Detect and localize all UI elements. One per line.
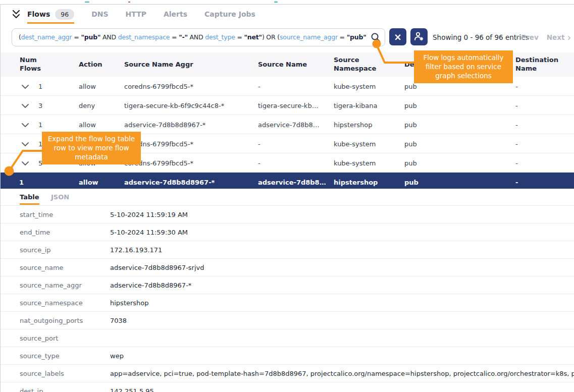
chevron-down-icon[interactable] — [22, 83, 30, 89]
cell-destination-name: - — [515, 121, 518, 128]
chevron-down-icon[interactable] — [22, 141, 30, 147]
field-key: source_namespace — [20, 299, 83, 307]
detail-field-row: start_time5-10-2024 11:59:19 AM — [1, 205, 574, 223]
cell-source-namespace: kube-system — [334, 159, 376, 166]
cell-source-namespace: kube-system — [334, 140, 376, 147]
column-header-source-name-aggr[interactable]: Source Name Aggr — [124, 61, 235, 69]
chevron-left-icon: ‹ — [515, 33, 519, 42]
user-settings-button[interactable] — [410, 28, 428, 45]
next-button[interactable]: Next › — [547, 33, 571, 42]
cell-action: allow — [79, 121, 96, 128]
field-key: source_name_aggr — [20, 282, 82, 289]
cropped-content-speck — [128, 2, 130, 3]
query-op: AND — [367, 33, 368, 41]
cell-source-namespace: kube-system — [334, 82, 376, 90]
tab-alerts[interactable]: Alerts — [164, 5, 187, 24]
cell-destination-name: - — [515, 101, 518, 109]
chevron-down-icon[interactable] — [22, 122, 30, 128]
query-op: = — [338, 33, 347, 41]
cell-source-namespace: tigera-kibana — [334, 101, 378, 109]
cell-source-namespace: hipstershop — [334, 121, 373, 128]
filter-query-input[interactable]: (dest_name_aggr = "pub" AND dest_namespa… — [12, 28, 385, 46]
field-key: source_labels — [20, 370, 64, 377]
column-header-action[interactable]: Action — [79, 61, 124, 69]
tab-dns[interactable]: DNS — [91, 5, 108, 24]
detail-field-row: nat_outgoing_ports7038 — [1, 311, 574, 329]
detail-field-row: source_port — [1, 329, 574, 347]
user-gear-icon — [413, 31, 425, 43]
tab-http[interactable]: HTTP — [126, 5, 146, 24]
field-value: adservice-7d8b8d8967-srjvd — [110, 264, 574, 271]
cell-num-flows: 3 — [38, 101, 42, 109]
detail-fields: start_time5-10-2024 11:59:19 AMend_time5… — [1, 205, 574, 392]
field-key: nat_outgoing_ports — [20, 317, 83, 324]
tab-label: DNS — [91, 10, 108, 18]
column-header-source-name[interactable]: Source Name — [258, 61, 329, 69]
cell-destination-name: - — [515, 140, 518, 147]
detail-tabs: TableJSON — [1, 189, 574, 205]
field-key: source_type — [20, 352, 60, 360]
tooltip-expand: Expand the flow log table row to view mo… — [42, 132, 141, 164]
column-header-destination-name[interactable]: Destination Name — [515, 56, 566, 73]
cell-source-name: adservice-7d8b8… — [258, 178, 330, 186]
filter-row: (dest_name_aggr = "pub" AND dest_namespa… — [1, 24, 574, 51]
cropped-content-speck — [85, 2, 89, 3]
prev-button[interactable]: ‹ Prev — [515, 33, 539, 42]
clear-filter-button[interactable]: × — [389, 28, 406, 45]
cell-destination-name: - — [515, 159, 518, 166]
query-field: dest_type — [205, 33, 235, 41]
top-cropped-strip — [0, 0, 574, 5]
search-icon[interactable] — [370, 32, 381, 43]
cell-source-name-aggr: tigera-secure-kb-6f9c9c44c8-* — [124, 101, 224, 109]
query-op: ) OR ( — [262, 33, 280, 41]
chevron-right-icon: › — [567, 33, 571, 42]
flow-tabs: Flows96DNSHTTPAlertsCapture Jobs — [27, 5, 255, 24]
chevron-down-icon[interactable] — [22, 102, 30, 108]
detail-field-row: source_ip172.16.193.171 — [1, 241, 574, 258]
field-key: end_time — [20, 229, 50, 236]
cell-num-flows: 1 — [19, 178, 24, 186]
next-label: Next — [547, 33, 565, 41]
tab-capture-jobs[interactable]: Capture Jobs — [204, 5, 255, 24]
field-value: app=adservice, pci=true, pod-template-ha… — [110, 370, 574, 377]
tab-flows[interactable]: Flows96 — [27, 5, 74, 24]
tab-label: Flows — [27, 10, 50, 18]
cell-source-name-aggr: adservice-7d8b8d8967-* — [124, 121, 205, 128]
field-value: wep — [110, 352, 574, 360]
query-field: dest_name_aggr — [21, 33, 72, 41]
column-header-num-flows[interactable]: Num Flows — [20, 56, 50, 73]
row-detail-panel: TableJSON start_time5-10-2024 11:59:19 A… — [1, 189, 574, 392]
query-op: AND — [188, 33, 205, 41]
cell-source-name-aggr: coredns-6799fbcd5-* — [124, 82, 193, 90]
tab-count-badge: 96 — [55, 9, 74, 20]
detail-tab-table[interactable]: Table — [20, 189, 39, 205]
cell-source-name: - — [258, 159, 330, 166]
field-value: 142.251.5.95 — [110, 387, 574, 392]
query-field: dest_namespace — [118, 33, 170, 41]
detail-field-row: source_typewep — [1, 347, 574, 364]
detail-tab-json[interactable]: JSON — [51, 189, 69, 205]
cell-source-name: tigera-secure-kb… — [258, 101, 330, 109]
field-key: source_port — [20, 334, 58, 342]
query-op: = — [170, 33, 179, 41]
field-key: dest_ip — [20, 387, 43, 392]
cell-dest-name-aggr: pub — [404, 178, 419, 186]
cell-dest-name-aggr: pub — [404, 101, 417, 109]
field-key: source_name — [20, 264, 64, 271]
column-header-source-namespace[interactable]: Source Namespace — [334, 56, 389, 73]
cell-source-name-aggr: adservice-7d8b8d8967-* — [124, 178, 215, 186]
table-row[interactable]: 3denytigera-secure-kb-6f9c9c44c8-*tigera… — [1, 96, 574, 115]
cell-dest-name-aggr: pub — [404, 121, 417, 128]
cropped-content-speck — [274, 2, 278, 3]
cell-dest-name-aggr: pub — [404, 140, 417, 147]
tooltip-filter: Flow logs automatically filter based on … — [414, 50, 513, 83]
query-value: "net" — [244, 33, 262, 41]
collapse-panel-icon[interactable] — [12, 9, 21, 21]
pagination: ‹ Prev Next › — [515, 24, 571, 51]
field-value: 172.16.193.171 — [110, 246, 574, 254]
query-op: = — [235, 33, 244, 41]
field-value: adservice-7d8b8d8967-* — [110, 282, 574, 289]
query-value: "pub" — [81, 33, 100, 41]
chevron-down-icon[interactable] — [22, 160, 30, 166]
query-op: AND — [100, 33, 118, 41]
